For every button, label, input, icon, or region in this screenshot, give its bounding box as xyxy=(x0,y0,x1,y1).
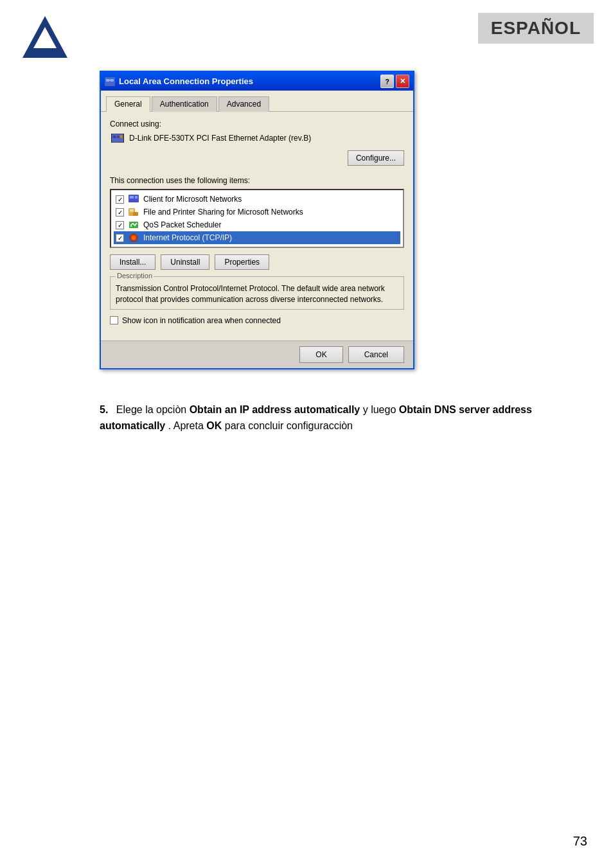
dialog-window: Local Area Connection Properties ? ✕ Gen… xyxy=(100,71,414,369)
checkbox-client[interactable] xyxy=(116,195,124,204)
tcp-icon xyxy=(128,233,139,243)
file-sharing-label: File and Printer Sharing for Microsoft N… xyxy=(143,208,303,217)
list-item-tcp[interactable]: Internet Protocol (TCP/IP) xyxy=(114,231,400,244)
adapter-row: D-Link DFE-530TX PCI Fast Ethernet Adapt… xyxy=(110,132,404,144)
svg-rect-9 xyxy=(120,135,122,138)
list-item[interactable]: QoS Packet Scheduler xyxy=(114,218,400,231)
logo-icon xyxy=(19,13,71,64)
adapter-name: D-Link DFE-530TX PCI Fast Ethernet Adapt… xyxy=(129,134,311,143)
connect-using-label: Connect using: xyxy=(110,120,404,128)
qos-icon xyxy=(128,220,139,230)
description-group: Description Transmission Control Protoco… xyxy=(110,276,404,310)
uninstall-button[interactable]: Uninstall xyxy=(161,254,209,270)
dialog-title: Local Area Connection Properties xyxy=(119,76,253,86)
properties-button[interactable]: Properties xyxy=(215,254,269,270)
main-content: Local Area Connection Properties ? ✕ Gen… xyxy=(0,71,613,389)
checkbox-tcp[interactable] xyxy=(116,234,124,242)
svg-rect-3 xyxy=(106,79,109,82)
list-item[interactable]: File and Printer Sharing for Microsoft N… xyxy=(114,206,400,218)
tcp-label: Internet Protocol (TCP/IP) xyxy=(143,233,232,242)
page-number: 73 xyxy=(573,834,587,849)
dialog-footer: OK Cancel xyxy=(101,341,413,368)
items-label: This connection uses the following items… xyxy=(110,176,404,185)
step-bold1: Obtain an IP address automatically xyxy=(190,404,360,415)
step-text-before: Elege la opciòn xyxy=(116,404,190,415)
checkbox-file[interactable] xyxy=(116,208,124,217)
description-text: Transmission Control Protocol/Internet P… xyxy=(116,283,398,305)
show-icon-row[interactable]: Show icon in notification area when conn… xyxy=(110,316,404,325)
step-text-end: para concluir configuracciòn xyxy=(222,420,353,431)
svg-rect-15 xyxy=(130,211,134,212)
help-button[interactable]: ? xyxy=(380,75,394,88)
step-number: 5. xyxy=(100,404,108,415)
tab-general[interactable]: General xyxy=(106,96,150,112)
show-icon-checkbox[interactable] xyxy=(110,316,118,324)
description-legend: Description xyxy=(116,272,154,279)
svg-rect-8 xyxy=(117,136,119,138)
svg-rect-4 xyxy=(111,79,114,82)
titlebar-buttons: ? ✕ xyxy=(380,75,409,88)
ok-button[interactable]: OK xyxy=(299,346,342,363)
logo xyxy=(19,13,71,64)
tab-advanced[interactable]: Advanced xyxy=(218,96,269,112)
dialog-body: Connect using: D-Link DFE-530TX PCI Fast… xyxy=(101,112,413,341)
svg-rect-11 xyxy=(130,196,134,199)
client-networks-label: Client for Microsoft Networks xyxy=(143,195,242,204)
step-bold3: OK xyxy=(206,420,222,431)
cancel-button[interactable]: Cancel xyxy=(348,346,404,363)
dialog-tabs: General Authentication Advanced xyxy=(101,92,413,112)
svg-rect-16 xyxy=(133,212,138,216)
close-button[interactable]: ✕ xyxy=(396,75,409,88)
step-text-after: . Apreta xyxy=(165,420,206,431)
adapter-icon xyxy=(111,134,124,143)
dialog-titlebar: Local Area Connection Properties ? ✕ xyxy=(101,72,413,91)
items-listbox: Client for Microsoft Networks File and P… xyxy=(110,189,404,248)
tab-authentication[interactable]: Authentication xyxy=(152,96,217,112)
qos-label: QoS Packet Scheduler xyxy=(143,220,221,229)
svg-point-19 xyxy=(132,236,136,240)
client-networks-icon xyxy=(128,194,139,204)
checkbox-qos[interactable] xyxy=(116,221,124,229)
svg-rect-12 xyxy=(135,196,138,199)
step-text-middle: y luego xyxy=(360,404,398,415)
language-label: ESPAÑOL xyxy=(478,13,594,44)
network-connection-icon xyxy=(105,76,115,87)
svg-rect-14 xyxy=(130,209,134,211)
step-text: 5. Elege la opciòn Obtain an IP address … xyxy=(0,389,613,447)
titlebar-left: Local Area Connection Properties xyxy=(105,76,253,87)
show-icon-label: Show icon in notification area when conn… xyxy=(122,316,281,325)
install-button[interactable]: Install... xyxy=(110,254,155,270)
list-item[interactable]: Client for Microsoft Networks xyxy=(114,193,400,206)
configure-button[interactable]: Configure... xyxy=(348,150,404,166)
svg-rect-7 xyxy=(113,136,116,138)
header: ESPAÑOL xyxy=(0,0,613,71)
file-sharing-icon xyxy=(128,207,139,217)
action-buttons: Install... Uninstall Properties xyxy=(110,254,404,270)
